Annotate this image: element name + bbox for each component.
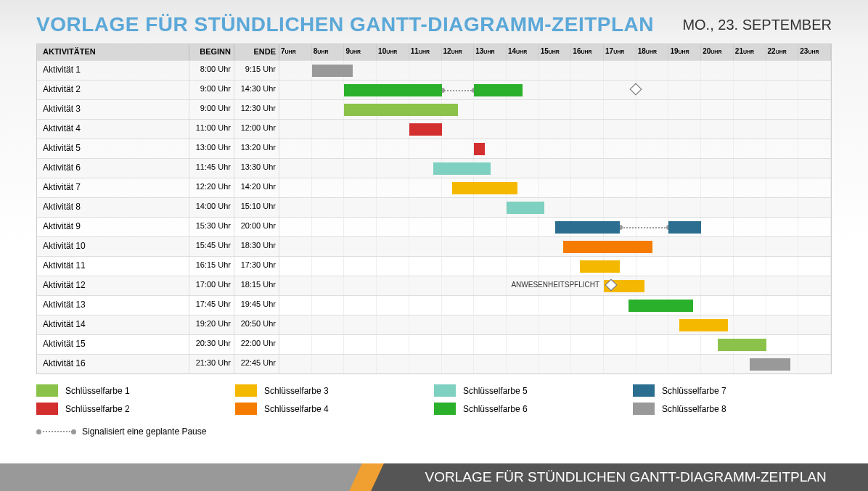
gantt-cell xyxy=(279,61,831,80)
hour-label: 10UHR xyxy=(377,44,409,60)
begin-time: 9:00 Uhr xyxy=(189,100,234,119)
activity-name: Aktivität 13 xyxy=(37,296,189,315)
gantt-cell xyxy=(279,120,831,139)
legend-item: Schlüsselfarbe 1 xyxy=(36,384,235,397)
legend-label: Schlüsselfarbe 1 xyxy=(65,386,130,396)
row-annotation: ANWESENHEITSPFLICHT xyxy=(511,281,599,289)
legend-swatch xyxy=(36,403,58,415)
activity-name: Aktivität 15 xyxy=(37,335,189,354)
gantt-cell xyxy=(279,355,831,374)
begin-time: 12:20 Uhr xyxy=(189,178,234,197)
gantt-row: Aktivität 411:00 Uhr12:00 Uhr xyxy=(37,119,831,139)
gantt-row: Aktivität 1015:45 Uhr18:30 Uhr xyxy=(37,236,831,256)
gantt-bar xyxy=(679,319,728,331)
legend-swatch xyxy=(36,384,58,397)
activity-name: Aktivität 9 xyxy=(37,218,189,236)
gantt-bar xyxy=(474,143,485,155)
activity-name: Aktivität 7 xyxy=(37,178,189,197)
end-time: 20:00 Uhr xyxy=(234,218,279,236)
gantt-bar xyxy=(312,65,353,77)
end-time: 9:15 Uhr xyxy=(234,61,279,80)
activity-name: Aktivität 10 xyxy=(37,237,189,256)
end-time: 15:10 Uhr xyxy=(234,198,279,217)
page-title: VORLAGE FÜR STÜNDLICHEN GANTT-DIAGRAMM-Z… xyxy=(36,13,654,36)
gantt-row: Aktivität 1217:00 Uhr18:15 UhrANWESENHEI… xyxy=(37,276,831,295)
begin-time: 17:00 Uhr xyxy=(189,276,234,295)
hour-label: 14UHR xyxy=(507,44,539,60)
gantt-row: Aktivität 513:00 Uhr13:20 Uhr xyxy=(37,139,831,158)
gantt-cell xyxy=(279,315,831,334)
gantt-cell xyxy=(279,218,831,236)
begin-time: 9:00 Uhr xyxy=(189,81,234,99)
gantt-bar xyxy=(750,358,790,371)
header-begin: BEGINN xyxy=(189,44,234,60)
activity-name: Aktivität 8 xyxy=(37,198,189,217)
gantt-cell: ANWESENHEITSPFLICHT xyxy=(279,276,831,295)
legend-swatch xyxy=(434,403,456,415)
pause-legend-label: Signalisiert eine geplante Pause xyxy=(82,426,206,437)
activity-name: Aktivität 2 xyxy=(37,81,189,99)
hour-label: 18UHR xyxy=(636,44,669,60)
end-time: 13:30 Uhr xyxy=(234,159,279,178)
legend-item: Schlüsselfarbe 6 xyxy=(434,403,633,415)
legend-swatch xyxy=(235,403,257,415)
legend-item: Schlüsselfarbe 4 xyxy=(235,403,434,415)
gantt-bar xyxy=(580,260,621,273)
date-label: MO., 23. SEPTEMBER xyxy=(682,17,832,33)
end-time: 18:15 Uhr xyxy=(234,276,279,295)
end-time: 13:20 Uhr xyxy=(234,139,279,158)
gantt-cell xyxy=(279,296,831,315)
hour-label: 23UHR xyxy=(798,44,831,60)
begin-time: 19:20 Uhr xyxy=(189,315,234,334)
gantt-cell xyxy=(279,100,831,119)
gantt-bar xyxy=(344,84,441,96)
gantt-cell xyxy=(279,159,831,178)
activity-name: Aktivität 16 xyxy=(37,355,189,374)
gantt-chart: AKTIVITÄTEN BEGINN ENDE 7UHR8UHR9UHR10UH… xyxy=(36,44,832,374)
gantt-cell xyxy=(279,237,831,256)
legend: Schlüsselfarbe 1Schlüsselfarbe 2Schlüsse… xyxy=(36,384,832,421)
gantt-row: Aktivität 712:20 Uhr14:20 Uhr xyxy=(37,178,831,197)
begin-time: 11:45 Uhr xyxy=(189,159,234,178)
legend-label: Schlüsselfarbe 3 xyxy=(264,386,329,396)
activity-name: Aktivität 1 xyxy=(37,61,189,80)
end-time: 14:30 Uhr xyxy=(234,81,279,99)
begin-time: 17:45 Uhr xyxy=(189,296,234,315)
activity-name: Aktivität 6 xyxy=(37,159,189,178)
end-time: 22:00 Uhr xyxy=(234,335,279,354)
end-time: 12:00 Uhr xyxy=(234,120,279,139)
legend-item: Schlüsselfarbe 8 xyxy=(633,403,832,415)
hour-label: 15UHR xyxy=(539,44,572,60)
hour-label: 13UHR xyxy=(474,44,507,60)
legend-item: Schlüsselfarbe 3 xyxy=(235,384,434,397)
activity-name: Aktivität 12 xyxy=(37,276,189,295)
end-time: 18:30 Uhr xyxy=(234,237,279,256)
begin-time: 15:30 Uhr xyxy=(189,218,234,236)
hour-label: 20UHR xyxy=(701,44,734,60)
hour-label: 12UHR xyxy=(442,44,475,60)
header-hours: 7UHR8UHR9UHR10UHR11UHR12UHR13UHR14UHR15U… xyxy=(279,44,831,60)
hour-label: 16UHR xyxy=(571,44,604,60)
gantt-bar xyxy=(474,84,523,96)
begin-time: 14:00 Uhr xyxy=(189,198,234,217)
hour-label: 22UHR xyxy=(766,44,799,60)
activity-name: Aktivität 4 xyxy=(37,120,189,139)
legend-label: Schlüsselfarbe 8 xyxy=(662,404,726,414)
begin-time: 21:30 Uhr xyxy=(189,355,234,374)
gantt-cell xyxy=(279,335,831,354)
gantt-bar xyxy=(433,162,490,175)
gantt-bar xyxy=(718,339,766,351)
legend-swatch xyxy=(434,384,456,397)
legend-swatch xyxy=(633,384,655,397)
footer-title: VORLAGE FÜR STÜNDLICHEN GANTT-DIAGRAMM-Z… xyxy=(369,463,868,491)
hour-label: 17UHR xyxy=(604,44,636,60)
gantt-row: Aktivität 39:00 Uhr12:30 Uhr xyxy=(37,99,831,119)
end-time: 17:30 Uhr xyxy=(234,257,279,276)
begin-time: 11:00 Uhr xyxy=(189,120,234,139)
gantt-bar xyxy=(629,300,693,312)
gantt-bar xyxy=(452,182,517,194)
gantt-row: Aktivität 915:30 Uhr20:00 Uhr xyxy=(37,217,831,236)
footer: VORLAGE FÜR STÜNDLICHEN GANTT-DIAGRAMM-Z… xyxy=(0,463,868,491)
header: VORLAGE FÜR STÜNDLICHEN GANTT-DIAGRAMM-Z… xyxy=(0,0,868,44)
begin-time: 13:00 Uhr xyxy=(189,139,234,158)
